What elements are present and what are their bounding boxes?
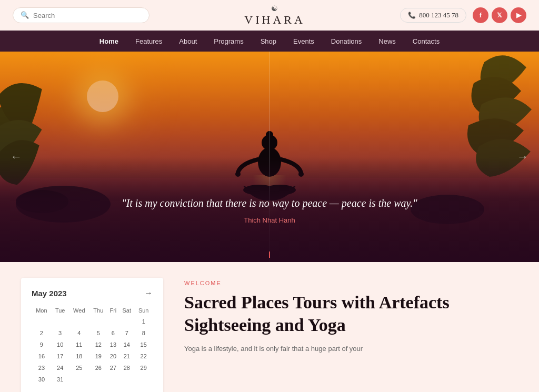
cal-header-wed: Wed: [69, 305, 90, 316]
nav-home[interactable]: Home: [99, 37, 118, 45]
calendar-week-row: 23242526272829: [32, 362, 153, 374]
search-input[interactable]: [33, 12, 142, 19]
hero-prev-button[interactable]: ←: [11, 150, 22, 164]
hero-section: "It is my conviction that there is no wa…: [0, 52, 539, 262]
cal-header-mon: Mon: [32, 305, 52, 316]
calendar-day: [89, 374, 107, 385]
calendar-week-row: 16171819202122: [32, 350, 153, 362]
calendar-day[interactable]: 18: [69, 350, 90, 362]
calendar-day[interactable]: 20: [107, 350, 119, 362]
calendar-widget: May 2023 → Mon Tue Wed Thu Fri Sat Sun 1…: [21, 278, 163, 392]
welcome-title: Sacred Places Tours with Artefacts Sight…: [184, 292, 518, 336]
calendar-month: May 2023: [32, 289, 67, 298]
calendar-day[interactable]: 28: [119, 362, 134, 374]
calendar-body: 1234567891011121314151617181920212223242…: [32, 316, 153, 385]
calendar-day[interactable]: 2: [32, 327, 52, 339]
search-container: 🔍: [13, 7, 149, 23]
calendar-week-row: 3031: [32, 374, 153, 385]
social-icons: f 𝕏 ▶: [473, 7, 526, 23]
calendar-day: [119, 374, 134, 385]
calendar-next-button[interactable]: →: [144, 288, 153, 298]
calendar-week-row: 1: [32, 316, 153, 327]
welcome-label: WELCOME: [184, 280, 518, 286]
header-right: 📞 800 123 45 78 f 𝕏 ▶: [400, 7, 526, 23]
calendar-day: [32, 316, 52, 327]
cal-header-fri: Fri: [107, 305, 119, 316]
main-nav: Home Features About Programs Shop Events…: [0, 31, 539, 52]
calendar-day[interactable]: 23: [32, 362, 52, 374]
calendar-day[interactable]: 15: [134, 339, 153, 350]
hero-next-button[interactable]: →: [517, 150, 528, 164]
search-icon: 🔍: [21, 11, 29, 19]
calendar-day[interactable]: 6: [107, 327, 119, 339]
calendar-day: [69, 316, 90, 327]
calendar-header: May 2023 →: [32, 288, 153, 298]
nav-events[interactable]: Events: [293, 37, 314, 45]
hero-indicator: [269, 252, 270, 258]
calendar-day[interactable]: 14: [119, 339, 134, 350]
calendar-day: [107, 374, 119, 385]
cal-header-thu: Thu: [89, 305, 107, 316]
calendar-day[interactable]: 19: [89, 350, 107, 362]
calendar-day: [69, 374, 90, 385]
below-hero-section: May 2023 → Mon Tue Wed Thu Fri Sat Sun 1…: [0, 262, 539, 392]
phone-badge: 📞 800 123 45 78: [400, 8, 466, 23]
welcome-section: WELCOME Sacred Places Tours with Artefac…: [184, 278, 518, 392]
calendar-day[interactable]: 24: [52, 362, 69, 374]
calendar-days-header: Mon Tue Wed Thu Fri Sat Sun: [32, 305, 153, 316]
calendar-day[interactable]: 13: [107, 339, 119, 350]
calendar-day: [52, 316, 69, 327]
calendar-day: [89, 316, 107, 327]
cal-header-sat: Sat: [119, 305, 134, 316]
calendar-day[interactable]: 26: [89, 362, 107, 374]
nav-about[interactable]: About: [179, 37, 197, 45]
youtube-button[interactable]: ▶: [511, 7, 526, 23]
calendar-week-row: 2345678: [32, 327, 153, 339]
welcome-description: Yoga is a lifestyle, and it is only fair…: [184, 344, 518, 355]
phone-number: 800 123 45 78: [419, 11, 458, 19]
calendar-day[interactable]: 27: [107, 362, 119, 374]
twitter-button[interactable]: 𝕏: [492, 7, 507, 23]
facebook-button[interactable]: f: [473, 7, 488, 23]
calendar-day[interactable]: 22: [134, 350, 153, 362]
calendar-day[interactable]: 7: [119, 327, 134, 339]
calendar-day[interactable]: 4: [69, 327, 90, 339]
nav-features[interactable]: Features: [135, 37, 162, 45]
cal-header-sun: Sun: [134, 305, 153, 316]
hero-quote: "It is my conviction that there is no wa…: [122, 195, 417, 211]
nav-programs[interactable]: Programs: [214, 37, 243, 45]
calendar-day[interactable]: 5: [89, 327, 107, 339]
hero-author: Thich Nhat Hanh: [244, 216, 295, 224]
nav-news[interactable]: News: [378, 37, 396, 45]
calendar-week-row: 9101112131415: [32, 339, 153, 350]
logo-text: ☯ VIHARA: [244, 4, 305, 27]
calendar-day[interactable]: 17: [52, 350, 69, 362]
nav-contacts[interactable]: Contacts: [413, 37, 440, 45]
calendar-day[interactable]: 11: [69, 339, 90, 350]
calendar-day[interactable]: 16: [32, 350, 52, 362]
calendar-day: [119, 316, 134, 327]
calendar-day[interactable]: 3: [52, 327, 69, 339]
nav-donations[interactable]: Donations: [331, 37, 362, 45]
calendar-day[interactable]: 25: [69, 362, 90, 374]
header: 🔍 ☯ VIHARA 📞 800 123 45 78 f 𝕏 ▶: [0, 0, 539, 31]
hero-quote-area: "It is my conviction that there is no wa…: [0, 157, 539, 262]
calendar-day[interactable]: 9: [32, 339, 52, 350]
phone-icon: 📞: [408, 12, 416, 19]
cal-header-tue: Tue: [52, 305, 69, 316]
calendar-day: [134, 374, 153, 385]
calendar-day: [107, 316, 119, 327]
calendar-day[interactable]: 12: [89, 339, 107, 350]
calendar-day[interactable]: 29: [134, 362, 153, 374]
calendar-day[interactable]: 31: [52, 374, 69, 385]
calendar-day[interactable]: 21: [119, 350, 134, 362]
calendar-day[interactable]: 1: [134, 316, 153, 327]
calendar-day[interactable]: 30: [32, 374, 52, 385]
calendar-grid: Mon Tue Wed Thu Fri Sat Sun 123456789101…: [32, 305, 153, 385]
calendar-day[interactable]: 10: [52, 339, 69, 350]
nav-shop[interactable]: Shop: [261, 37, 276, 45]
calendar-day[interactable]: 8: [134, 327, 153, 339]
logo: ☯ VIHARA: [244, 4, 305, 27]
